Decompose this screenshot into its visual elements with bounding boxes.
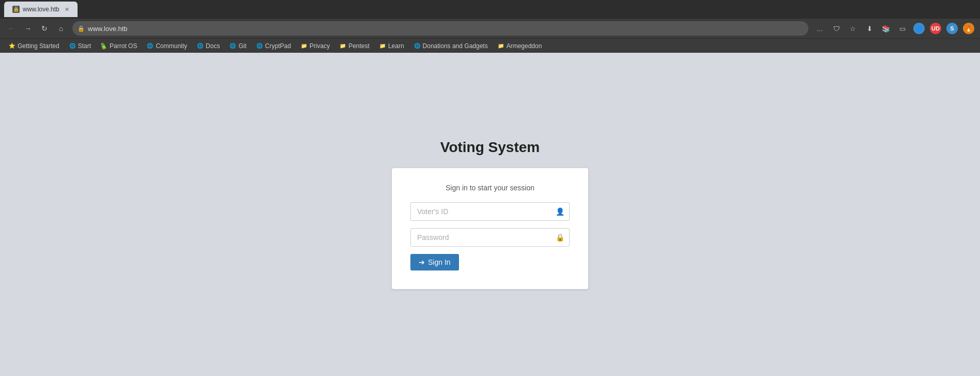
avatar-1: 🌀 [913,23,925,34]
sign-in-label: Sign In [428,258,451,266]
bookmark-getting-started[interactable]: ⭐ Getting Started [4,41,64,51]
refresh-button[interactable]: ↻ [37,21,52,36]
back-button[interactable]: ← [4,21,19,36]
bookmark-favicon-community: 🌐 [146,42,154,50]
bookmark-docs[interactable]: 🌐 Docs [192,41,224,51]
bookmark-label-git: Git [238,42,246,50]
bookmark-git[interactable]: 🌐 Git [225,41,250,51]
home-button[interactable]: ⌂ [54,21,68,36]
browser-chrome: 🔒 www.love.htb ✕ ← → ↻ ⌂ 🔒 … 🛡 ☆ ⬇ 📚 ▭ 🌀… [0,0,980,53]
extension-icon-1[interactable]: 🌀 [912,21,926,36]
bookmark-learn[interactable]: 📁 Learn [375,41,408,51]
tab-close-button[interactable]: ✕ [65,6,69,13]
extension-sidebar[interactable]: ▭ [895,21,910,36]
password-input[interactable] [410,228,570,247]
bookmark-donations[interactable]: 🌐 Donations and Gadgets [409,41,492,51]
bookmark-label-cryptpad: CryptPad [265,42,291,50]
bookmark-favicon-git: 🌐 [229,42,236,50]
bookmark-label-community: Community [156,42,187,50]
tab-favicon: 🔒 [12,6,20,13]
bookmark-label-parrot: Parrot OS [110,42,137,50]
bookmark-parrot-os[interactable]: 🦜 Parrot OS [96,41,141,51]
shield-button[interactable]: 🛡 [829,21,844,36]
bookmark-cryptpad[interactable]: 🌐 CryptPad [252,41,295,51]
extension-download[interactable]: ⬇ [862,21,877,36]
bookmarks-bar: ⭐ Getting Started 🌐 Start 🦜 Parrot OS 🌐 … [0,38,980,53]
bookmark-label-learn: Learn [388,42,404,50]
lock-icon: 🔒 [556,233,564,242]
bookmark-favicon-armegeddon: 📁 [497,42,504,50]
bookmark-label-donations: Donations and Gadgets [423,42,488,50]
bookmark-label-armegeddon: Armegeddon [507,42,542,50]
voter-id-group: 👤 [410,202,570,221]
forward-button[interactable]: → [21,21,35,36]
active-tab[interactable]: 🔒 www.love.htb ✕ [4,2,78,17]
avatar-2: UD [930,23,941,34]
tab-bar: 🔒 www.love.htb ✕ [0,0,980,19]
bookmark-favicon-cryptpad: 🌐 [256,42,263,50]
bookmark-favicon-start: 🌐 [69,42,76,50]
profile-avatar: S [946,23,958,34]
address-bar-input[interactable] [88,25,803,33]
bookmark-favicon-learn: 📁 [379,42,386,50]
page-content: Voting System Sign in to start your sess… [0,53,980,375]
tab-title: www.love.htb [23,6,59,13]
bookmark-favicon-donations: 🌐 [414,42,421,50]
extension-books[interactable]: 📚 [879,21,893,36]
star-button[interactable]: ☆ [846,21,860,36]
bookmark-favicon-getting-started: ⭐ [8,42,16,50]
extension-icon-3[interactable]: 🔥 [961,21,976,36]
more-button[interactable]: … [813,21,827,36]
address-bar-container: 🔒 [72,21,808,36]
bookmark-label-privacy: Privacy [310,42,330,50]
bookmark-privacy[interactable]: 📁 Privacy [296,41,334,51]
nav-right-icons: … 🛡 ☆ ⬇ 📚 ▭ 🌀 UD S 🔥 [813,21,976,36]
bookmark-label-start: Start [78,42,91,50]
login-subtitle: Sign in to start your session [410,184,570,192]
page-title: Voting System [440,139,540,156]
navigation-bar: ← → ↻ ⌂ 🔒 … 🛡 ☆ ⬇ 📚 ▭ 🌀 UD S � [0,19,980,38]
bookmark-favicon-parrot: 🦜 [100,42,108,50]
bookmark-label-docs: Docs [206,42,220,50]
security-icon: 🔒 [78,25,85,32]
password-group: 🔒 [410,228,570,247]
bookmark-favicon-docs: 🌐 [196,42,204,50]
sign-in-arrow-icon: ➔ [419,258,425,266]
avatar-3: 🔥 [963,23,974,34]
sign-in-button[interactable]: ➔ Sign In [410,254,459,270]
bookmark-community[interactable]: 🌐 Community [142,41,191,51]
login-card: Sign in to start your session 👤 🔒 ➔ Sign… [392,168,588,289]
bookmark-armegeddon[interactable]: 📁 Armegeddon [493,41,546,51]
bookmark-label-pentest: Pentest [348,42,370,50]
voter-id-input[interactable] [410,202,570,221]
profile-button[interactable]: S [945,21,959,36]
bookmark-favicon-privacy: 📁 [300,42,308,50]
bookmark-label-getting-started: Getting Started [18,42,59,50]
extension-icon-2[interactable]: UD [928,21,943,36]
bookmark-favicon-pentest: 📁 [339,42,346,50]
user-icon: 👤 [556,207,564,216]
bookmark-pentest[interactable]: 📁 Pentest [335,41,374,51]
bookmark-start[interactable]: 🌐 Start [65,41,95,51]
